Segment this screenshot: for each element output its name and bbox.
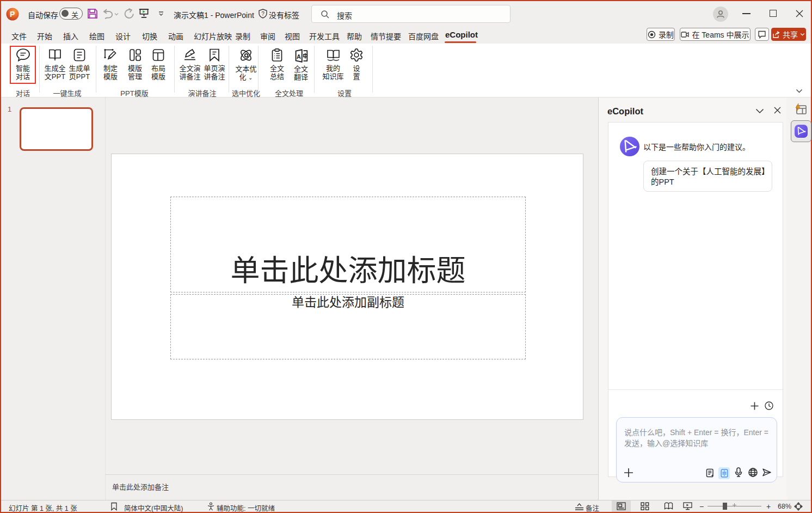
svg-text:A: A — [297, 53, 301, 60]
svg-text:?: ? — [261, 11, 264, 17]
svg-text:P: P — [10, 10, 15, 19]
